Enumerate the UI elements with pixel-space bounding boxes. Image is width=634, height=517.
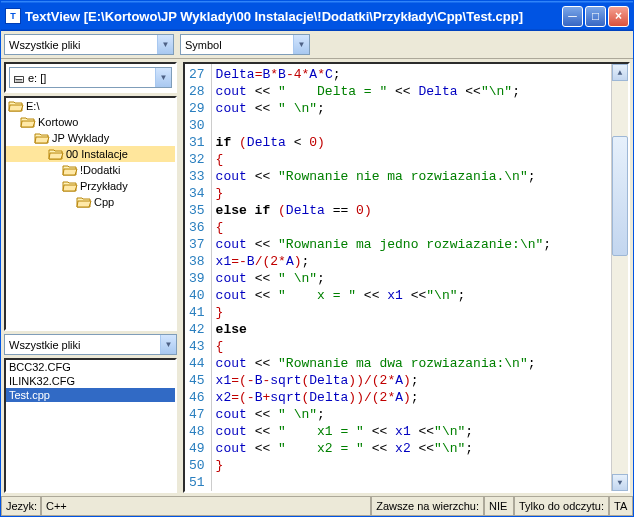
tree-item[interactable]: JP Wyklady (6, 130, 175, 146)
chevron-down-icon: ▼ (293, 35, 309, 54)
tree-item-label: Cpp (94, 196, 114, 208)
folder-icon (62, 163, 78, 177)
vertical-scrollbar[interactable]: ▲ ▼ (611, 64, 628, 491)
drive-icon: 🖴 (10, 72, 26, 84)
file-list-item[interactable]: ILINK32.CFG (6, 374, 175, 388)
folder-icon (20, 115, 36, 129)
tree-item[interactable]: !Dodatki (6, 162, 175, 178)
file-list-item[interactable]: BCC32.CFG (6, 360, 175, 374)
tree-item-label: 00 Instalacje (66, 148, 128, 160)
maximize-button[interactable]: □ (585, 6, 606, 27)
symbol-combo[interactable]: Symbol ▼ (180, 34, 310, 55)
file-filter-combo[interactable]: Wszystkie pliki ▼ (4, 34, 174, 55)
status-top-label: Zawsze na wierzchu: (371, 497, 484, 516)
close-button[interactable]: × (608, 6, 629, 27)
tree-item[interactable]: Cpp (6, 194, 175, 210)
tree-item-label: JP Wyklady (52, 132, 109, 144)
scroll-up-button[interactable]: ▲ (612, 64, 628, 81)
status-readonly-value: TA (609, 497, 633, 516)
minimize-button[interactable]: ─ (562, 6, 583, 27)
file-list-item[interactable]: Test.cpp (6, 388, 175, 402)
scroll-thumb[interactable] (612, 136, 628, 256)
tree-item-label: E:\ (26, 100, 39, 112)
status-top-value: NIE (484, 497, 514, 516)
code-editor[interactable]: 2728293031323334353637383940414243444546… (183, 62, 630, 493)
app-window: T TextView [E:\Kortowo\JP Wyklady\00 Ins… (0, 0, 634, 517)
tree-item-label: Przykłady (80, 180, 128, 192)
drive-combo[interactable]: 🖴 e: [] ▼ (9, 67, 172, 88)
titlebar[interactable]: T TextView [E:\Kortowo\JP Wyklady\00 Ins… (1, 1, 633, 31)
chevron-down-icon: ▼ (155, 68, 171, 87)
tree-item-label: Kortowo (38, 116, 78, 128)
chevron-down-icon: ▼ (157, 35, 173, 54)
window-title: TextView [E:\Kortowo\JP Wyklady\00 Insta… (25, 9, 562, 24)
toolbar: Wszystkie pliki ▼ Symbol ▼ (1, 31, 633, 59)
file-filter2-combo[interactable]: Wszystkie pliki ▼ (4, 334, 177, 355)
folder-icon (34, 131, 50, 145)
sidebar: 🖴 e: [] ▼ E:\KortowoJP Wyklady00 Instala… (1, 59, 183, 496)
file-filter-value: Wszystkie pliki (5, 39, 157, 51)
folder-icon (76, 195, 92, 209)
app-icon: T (5, 8, 21, 24)
tree-item[interactable]: Kortowo (6, 114, 175, 130)
file-list[interactable]: BCC32.CFGILINK32.CFGTest.cpp (4, 358, 177, 493)
drive-panel: 🖴 e: [] ▼ (4, 62, 177, 93)
statusbar: Jezyk: C++ Zawsze na wierzchu: NIE Tylko… (1, 496, 633, 516)
status-lang-label: Jezyk: (1, 497, 41, 516)
tree-item-label: !Dodatki (80, 164, 120, 176)
code-area[interactable]: Delta=B*B-4*A*C;cout << " Delta = " << D… (212, 64, 611, 491)
tree-item[interactable]: Przykłady (6, 178, 175, 194)
status-readonly-label: Tylko do odczytu: (514, 497, 609, 516)
tree-item[interactable]: 00 Instalacje (6, 146, 175, 162)
folder-icon (8, 99, 24, 113)
scroll-down-button[interactable]: ▼ (612, 474, 628, 491)
scroll-track[interactable] (612, 81, 628, 474)
folder-tree[interactable]: E:\KortowoJP Wyklady00 Instalacje!Dodatk… (4, 96, 177, 331)
line-gutter: 2728293031323334353637383940414243444546… (185, 64, 212, 491)
folder-icon (48, 147, 64, 161)
status-lang-value: C++ (41, 497, 371, 516)
chevron-down-icon: ▼ (160, 335, 176, 354)
file-filter2-value: Wszystkie pliki (5, 339, 160, 351)
tree-item[interactable]: E:\ (6, 98, 175, 114)
symbol-value: Symbol (181, 39, 293, 51)
folder-icon (62, 179, 78, 193)
drive-label: e: [] (26, 72, 155, 84)
